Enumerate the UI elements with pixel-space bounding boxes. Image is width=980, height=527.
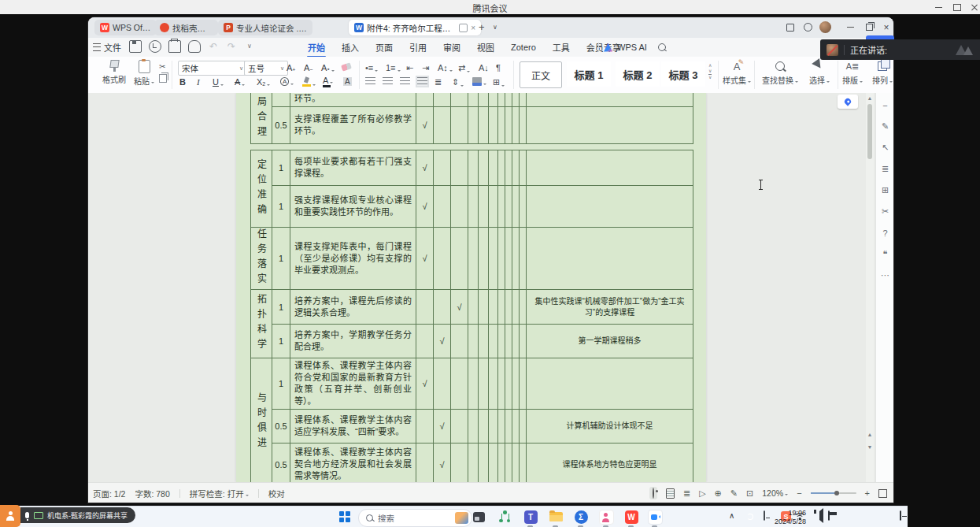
shrink-font-button[interactable]: A− <box>304 63 312 72</box>
italic-button[interactable]: I <box>197 77 200 87</box>
table-tool-icon[interactable]: ⊞ <box>879 184 891 196</box>
text-effects-button[interactable]: A٭ <box>321 63 335 72</box>
font-name-select[interactable]: 宋体∨ <box>178 61 247 76</box>
pink-app-button[interactable] <box>598 509 614 525</box>
scroll-up-icon[interactable]: ▲ <box>866 95 874 101</box>
clock[interactable]: 19:06 2024/5/28 <box>775 509 806 525</box>
org-app-button[interactable] <box>497 509 512 525</box>
start-button[interactable] <box>337 509 353 525</box>
eye-protection-button[interactable] <box>649 487 657 499</box>
increase-indent-button[interactable]: ⇥ <box>422 63 429 73</box>
bullets-button[interactable]: •≡ <box>365 63 378 72</box>
speaking-indicator[interactable]: 正在讲话: <box>820 39 980 60</box>
zoom-slider-knob[interactable] <box>834 491 839 495</box>
menu-tab-页面[interactable]: 页面 <box>375 39 394 56</box>
arrange-button[interactable]: 排列 <box>872 60 893 86</box>
read-mode-icon[interactable]: ▷ <box>699 488 705 499</box>
text-direction-button[interactable]: ⇄ <box>458 63 470 73</box>
doc-tab[interactable]: WWPS Office <box>94 20 157 35</box>
print-icon[interactable] <box>168 40 181 53</box>
menu-tab-开始[interactable]: 开始 <box>307 39 326 56</box>
select-cursor-icon[interactable]: ↖ <box>879 142 891 154</box>
undo-icon[interactable]: ↶ <box>208 41 219 52</box>
grow-font-button[interactable]: A+ <box>287 63 295 72</box>
decrease-indent-button[interactable]: ⇤ <box>406 63 413 73</box>
style-2[interactable]: 标题 1 <box>567 61 611 87</box>
search-icon[interactable] <box>658 43 666 51</box>
strikethrough-button[interactable]: A <box>235 77 245 87</box>
tab-close-icon[interactable]: × <box>471 24 475 32</box>
spellcheck-toggle[interactable]: 拼写检查: 打开 <box>190 488 249 499</box>
char-scale-button[interactable]: A↕ <box>438 63 453 72</box>
menu-tab-引用[interactable]: 引用 <box>409 39 427 56</box>
ink-icon[interactable]: ✎ <box>730 488 738 499</box>
sigma-app-button[interactable]: Σ <box>573 509 589 525</box>
customize-quickbar-icon[interactable]: ∨ <box>244 41 255 52</box>
align-left-button[interactable] <box>365 77 375 86</box>
superscript-button[interactable]: X2 <box>257 77 270 87</box>
prev-page-icon[interactable]: ▲ <box>866 432 874 437</box>
menu-tab-Zotero[interactable]: Zotero <box>510 40 537 54</box>
web-view-icon[interactable]: ⊕ <box>715 488 722 499</box>
style-set-button[interactable]: A 样式集 <box>723 60 751 86</box>
font-color-button[interactable]: A <box>323 77 333 84</box>
proofread-button[interactable]: 校对 <box>268 488 285 499</box>
menu-tab-视图[interactable]: 视图 <box>476 39 495 56</box>
zoom-slider[interactable] <box>811 492 856 494</box>
print-preview-icon[interactable] <box>149 40 161 53</box>
share-banner[interactable]: 机电系-甄彩霞的屏幕共享 <box>20 507 135 523</box>
shading-button[interactable] <box>472 77 486 86</box>
menu-tab-审阅[interactable]: 审阅 <box>442 39 461 56</box>
minimize-button[interactable] <box>932 3 945 12</box>
wps-minimize-button[interactable] <box>844 21 856 33</box>
highlight-button[interactable] <box>302 77 316 87</box>
scrollbar-thumb[interactable] <box>867 104 872 159</box>
zoom-out-button[interactable]: − <box>797 488 801 498</box>
page-indicator[interactable]: 页面: 1/2 <box>93 488 125 499</box>
integrations-button[interactable] <box>801 21 814 33</box>
task-view-button[interactable] <box>471 509 486 525</box>
notification-center-button[interactable] <box>900 511 901 520</box>
doc-tab[interactable]: W附件4: 齐齐哈尔工程学院课程× <box>349 20 481 35</box>
word-count[interactable]: 字数: 780 <box>135 488 169 499</box>
next-page-icon[interactable]: ▼ <box>866 444 874 450</box>
file-explorer-button[interactable] <box>548 509 564 525</box>
doc-tab[interactable]: 找稻壳模板 <box>154 20 218 35</box>
focus-mode-icon[interactable]: ⊡ <box>746 488 753 499</box>
teams-button[interactable]: T <box>523 509 538 525</box>
menu-tab-插入[interactable]: 插入 <box>341 39 360 56</box>
paste-button[interactable]: 粘贴 <box>134 60 154 87</box>
format-painter-button[interactable]: 格式刷 <box>102 60 126 85</box>
copy-icon[interactable] <box>159 74 167 83</box>
tencent-meeting-button[interactable] <box>647 509 663 525</box>
tab-list-button[interactable]: ∨ <box>493 24 497 31</box>
underline-button[interactable]: U <box>213 77 224 87</box>
comment-tool-icon[interactable]: ❝ <box>879 248 891 260</box>
align-center-button[interactable] <box>383 77 393 86</box>
close-button[interactable] <box>968 3 980 12</box>
align-right-button[interactable] <box>400 77 410 86</box>
line-spacing-button[interactable]: ⇕ <box>452 77 464 87</box>
cut-tool-icon[interactable]: ✂ <box>879 206 891 217</box>
file-menu[interactable]: 文件 <box>93 41 121 54</box>
cut-icon[interactable]: ✂ <box>159 62 167 71</box>
save-icon[interactable] <box>129 40 142 53</box>
distribute-button[interactable]: ≣ <box>435 77 442 87</box>
maximize-button[interactable] <box>951 3 963 12</box>
location-pin-box[interactable] <box>838 95 858 109</box>
menu-tab-工具[interactable]: 工具 <box>552 39 571 56</box>
style-3[interactable]: 标题 2 <box>616 61 660 87</box>
new-tab-button[interactable]: + <box>479 21 485 33</box>
wps-close-button[interactable]: × <box>880 21 893 33</box>
redo-icon[interactable]: ↷ <box>226 41 237 52</box>
volume-button[interactable] <box>816 511 823 520</box>
char-effect-button[interactable]: A <box>280 77 294 86</box>
collapse-icon[interactable]: − <box>879 99 891 111</box>
justify-button[interactable] <box>417 77 427 86</box>
workspace-button[interactable] <box>784 21 797 33</box>
select-button[interactable]: 选择 <box>809 60 830 86</box>
meeting-members-button[interactable] <box>0 505 20 527</box>
find-replace-button[interactable]: 查找替换 <box>762 60 798 86</box>
battery-button[interactable] <box>828 511 830 520</box>
wps-restore-button[interactable] <box>863 21 875 33</box>
